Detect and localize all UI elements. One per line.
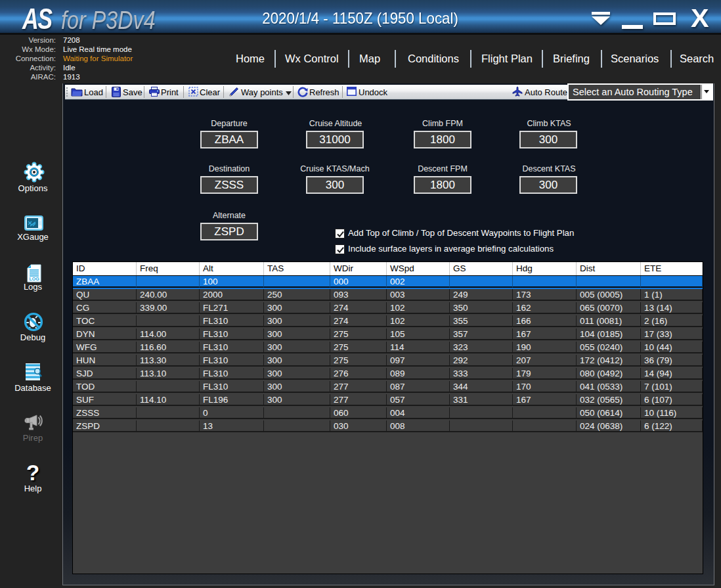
svg-text:LOG: LOG	[29, 277, 39, 281]
